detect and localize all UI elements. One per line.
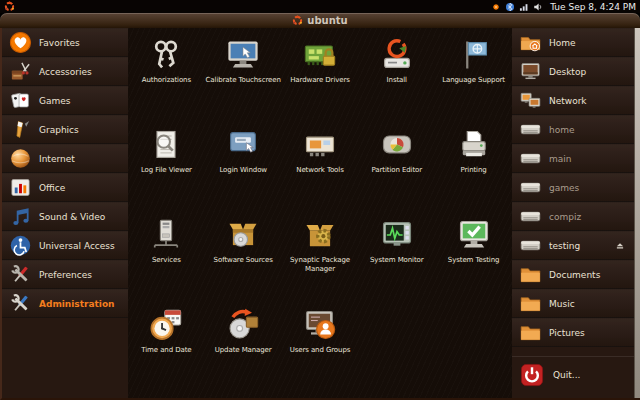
network-places-icon [519,89,542,112]
system-tray: Tue Sep 8, 4:24 PM [491,2,636,12]
app-label: Software Sources [214,256,273,265]
sidebar-item-sound-video[interactable]: Sound & Video [2,202,128,231]
place-item-main[interactable]: main [512,144,634,173]
app-calibrate-touchscreen[interactable]: Calibrate Touchscreen [205,30,282,120]
app-grid: AuthorizationsCalibrate TouchscreenHardw… [128,28,512,398]
app-update-manager[interactable]: Update Manager [205,300,282,390]
places-sidebar: HomeDesktopNetworkhomemaingamescompiztes… [512,28,634,398]
place-item-label: Pictures [549,328,585,338]
time-and-date-icon [148,307,184,343]
app-language-support[interactable]: Language Support [435,30,512,120]
software-update-icon[interactable] [491,2,501,12]
quit-label: Quit... [553,370,580,380]
home-folder-icon [519,31,542,54]
ubuntu-menu-logo-icon[interactable] [4,1,15,12]
place-item-compiz[interactable]: compiz [512,202,634,231]
app-label: Printing [461,166,487,175]
app-label: Authorizations [142,76,191,85]
place-item-label: compiz [549,212,581,222]
place-item-label: Home [549,38,576,48]
scrollbar[interactable] [634,28,640,398]
app-label: Log File Viewer [141,166,192,175]
place-item-documents[interactable]: Documents [512,260,634,289]
log-file-viewer-icon [148,127,184,163]
place-item-home[interactable]: Home [512,28,634,57]
place-item-label: testing [549,241,580,251]
software-sources-icon [225,217,261,253]
app-label: Update Manager [215,346,272,355]
app-install[interactable]: Install [358,30,435,120]
sidebar-item-label: Internet [39,154,75,164]
drive-icon [519,234,542,257]
place-item-music[interactable]: Music [512,289,634,318]
login-window-icon [225,127,261,163]
place-item-testing[interactable]: testing [512,231,634,260]
sidebar-item-label: Games [39,96,70,106]
app-synaptic-package-manager[interactable]: Synaptic Package Manager [282,210,359,300]
graphics-icon [9,118,32,141]
app-log-file-viewer[interactable]: Log File Viewer [128,120,205,210]
services-icon [148,217,184,253]
quit-button[interactable]: Quit... [512,356,634,393]
app-authorizations[interactable]: Authorizations [128,30,205,120]
app-printing[interactable]: Printing [435,120,512,210]
app-label: Users and Groups [290,346,351,355]
sidebar-item-office[interactable]: Office [2,173,128,202]
place-item-games[interactable]: games [512,173,634,202]
window-title: ubuntu [307,15,347,26]
sidebar-item-games[interactable]: Games [2,86,128,115]
place-item-desktop[interactable]: Desktop [512,57,634,86]
sidebar-item-favorites[interactable]: Favorites [2,28,128,57]
app-label: Hardware Drivers [290,76,350,85]
app-software-sources[interactable]: Software Sources [205,210,282,300]
place-item-label: Desktop [549,67,586,77]
sidebar-item-label: Graphics [39,125,79,135]
app-services[interactable]: Services [128,210,205,300]
calibrate-touchscreen-icon [225,37,261,73]
eject-icon[interactable] [615,241,625,251]
place-item-network[interactable]: Network [512,86,634,115]
app-label: Language Support [442,76,505,85]
sidebar-item-preferences[interactable]: Preferences [2,260,128,289]
window-title-bar: ubuntu [0,13,640,28]
administration-icon [9,292,32,315]
sidebar-item-label: Administration [39,299,115,309]
drive-icon [519,118,542,141]
place-item-home[interactable]: home [512,115,634,144]
clock[interactable]: Tue Sep 8, 4:24 PM [550,2,636,12]
bluetooth-icon[interactable] [505,2,515,12]
app-users-and-groups[interactable]: Users and Groups [282,300,359,390]
sidebar-item-internet[interactable]: Internet [2,144,128,173]
screen: Tue Sep 8, 4:24 PM ubuntu FavoritesAcces… [0,0,640,400]
app-label: Partition Editor [372,166,423,175]
place-item-pictures[interactable]: Pictures [512,318,634,347]
network-signal-icon[interactable] [519,2,529,12]
app-system-testing[interactable]: System Testing [435,210,512,300]
volume-icon[interactable] [533,2,543,12]
drive-icon [519,176,542,199]
top-panel: Tue Sep 8, 4:24 PM [0,0,640,13]
sidebar-item-accessories[interactable]: Accessories [2,57,128,86]
app-label: Time and Date [141,346,191,355]
internet-icon [9,147,32,170]
preferences-icon [9,263,32,286]
place-item-label: Network [549,96,587,106]
folder-icon [519,263,542,286]
users-and-groups-icon [302,307,338,343]
printing-icon [456,127,492,163]
app-label: Services [152,256,181,265]
sidebar-item-administration[interactable]: Administration [2,289,128,318]
app-partition-editor[interactable]: Partition Editor [358,120,435,210]
drive-icon [519,147,542,170]
app-time-and-date[interactable]: Time and Date [128,300,205,390]
app-login-window[interactable]: Login Window [205,120,282,210]
sidebar-item-label: Office [39,183,65,193]
app-hardware-drivers[interactable]: Hardware Drivers [282,30,359,120]
sidebar-item-label: Universal Access [39,241,115,251]
app-label: Network Tools [296,166,343,175]
sidebar-item-graphics[interactable]: Graphics [2,115,128,144]
app-network-tools[interactable]: Network Tools [282,120,359,210]
app-system-monitor[interactable]: System Monitor [358,210,435,300]
universal-access-icon [9,234,32,257]
sidebar-item-universal-access[interactable]: Universal Access [2,231,128,260]
